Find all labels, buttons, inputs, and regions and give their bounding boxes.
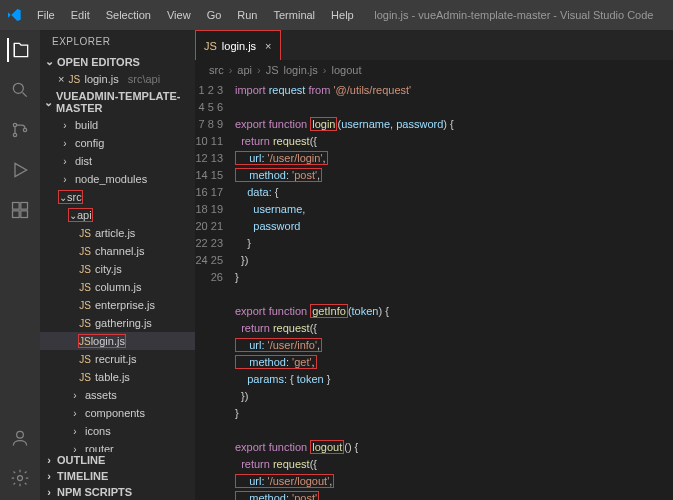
menu-go[interactable]: Go <box>200 5 229 25</box>
sidebar-title: EXPLORER <box>40 30 195 53</box>
tab-login-js[interactable]: JSlogin.js× <box>195 30 281 60</box>
js-file-icon: JS <box>78 300 92 311</box>
project-header[interactable]: ⌄VUEADMIN-TEMPLATE-MASTER <box>40 88 195 116</box>
breadcrumb[interactable]: src› api› JSlogin.js› logout <box>195 60 673 80</box>
svg-rect-4 <box>13 203 20 210</box>
account-icon[interactable] <box>8 426 32 450</box>
js-file-icon: JS <box>79 336 91 347</box>
close-icon[interactable]: × <box>58 73 64 85</box>
outline-header[interactable]: ›OUTLINE <box>40 452 195 468</box>
open-editor-item[interactable]: ×JSlogin.js src\api <box>40 70 195 88</box>
file-item[interactable]: JSenterprise.js <box>40 296 195 314</box>
chevron-right-icon: › <box>44 454 54 466</box>
file-item[interactable]: JSarticle.js <box>40 224 195 242</box>
svg-point-2 <box>13 133 16 136</box>
file-item[interactable]: JSchannel.js <box>40 242 195 260</box>
editor-tabs: JSlogin.js× <box>195 30 673 60</box>
js-file-icon: JS <box>78 228 92 239</box>
js-file-icon: JS <box>78 354 92 365</box>
file-item[interactable]: JSrecruit.js <box>40 350 195 368</box>
chevron-right-icon: › <box>44 486 54 498</box>
menu-file[interactable]: File <box>30 5 62 25</box>
source-control-icon[interactable] <box>8 118 32 142</box>
menu-bar[interactable]: File Edit Selection View Go Run Terminal… <box>30 5 361 25</box>
folder-item[interactable]: ›node_modules <box>40 170 195 188</box>
folder-item[interactable]: ›dist <box>40 152 195 170</box>
js-file-icon: JS <box>78 282 92 293</box>
svg-point-8 <box>17 431 24 438</box>
folder-item[interactable]: ⌄src <box>40 188 195 206</box>
menu-terminal[interactable]: Terminal <box>267 5 323 25</box>
npm-header[interactable]: ›NPM SCRIPTS <box>40 484 195 500</box>
js-file-icon: JS <box>78 318 92 329</box>
folder-item[interactable]: ›components <box>40 404 195 422</box>
js-file-icon: JS <box>204 40 217 52</box>
chevron-right-icon: › <box>58 174 72 185</box>
folder-item[interactable]: ›config <box>40 134 195 152</box>
file-item[interactable]: JScolumn.js <box>40 278 195 296</box>
explorer-icon[interactable] <box>7 38 31 62</box>
code-editor[interactable]: 1 2 3 4 5 6 7 8 9 10 11 12 13 14 15 16 1… <box>195 80 673 500</box>
js-file-icon: JS <box>266 64 279 76</box>
file-item[interactable]: JScity.js <box>40 260 195 278</box>
extensions-icon[interactable] <box>8 198 32 222</box>
open-editors-header[interactable]: ⌄OPEN EDITORS <box>40 53 195 70</box>
svg-rect-5 <box>21 203 28 210</box>
menu-edit[interactable]: Edit <box>64 5 97 25</box>
titlebar: File Edit Selection View Go Run Terminal… <box>0 0 673 30</box>
file-tree: ›build›config›dist›node_modules⌄src⌄apiJ… <box>40 116 195 452</box>
svg-point-1 <box>13 123 16 126</box>
chevron-right-icon: › <box>58 120 72 131</box>
js-file-icon: JS <box>78 264 92 275</box>
settings-icon[interactable] <box>8 466 32 490</box>
js-file-icon: JS <box>67 74 81 85</box>
editor-area: JSlogin.js× src› api› JSlogin.js› logout… <box>195 30 673 500</box>
chevron-right-icon: › <box>44 470 54 482</box>
folder-item[interactable]: ⌄api <box>40 206 195 224</box>
chevron-right-icon: › <box>58 156 72 167</box>
code-content[interactable]: import request from '@/utils/request' ex… <box>235 80 454 500</box>
chevron-right-icon: › <box>58 138 72 149</box>
svg-point-9 <box>18 476 23 481</box>
chevron-right-icon: › <box>68 426 82 437</box>
line-numbers: 1 2 3 4 5 6 7 8 9 10 11 12 13 14 15 16 1… <box>195 80 235 500</box>
chevron-right-icon: › <box>68 390 82 401</box>
search-icon[interactable] <box>8 78 32 102</box>
sidebar: EXPLORER ⌄OPEN EDITORS ×JSlogin.js src\a… <box>40 30 195 500</box>
activity-bar <box>0 30 40 500</box>
svg-point-3 <box>23 128 26 131</box>
chevron-down-icon: ⌄ <box>59 192 67 203</box>
chevron-down-icon: ⌄ <box>44 96 53 109</box>
menu-view[interactable]: View <box>160 5 198 25</box>
js-file-icon: JS <box>78 246 92 257</box>
menu-selection[interactable]: Selection <box>99 5 158 25</box>
chevron-right-icon: › <box>68 408 82 419</box>
svg-point-0 <box>13 83 23 93</box>
svg-rect-7 <box>21 211 28 218</box>
menu-help[interactable]: Help <box>324 5 361 25</box>
window-title: login.js - vueAdmin-template-master - Vi… <box>361 9 667 21</box>
menu-run[interactable]: Run <box>230 5 264 25</box>
js-file-icon: JS <box>78 372 92 383</box>
vscode-logo-icon <box>6 7 22 23</box>
chevron-down-icon: ⌄ <box>44 55 54 68</box>
folder-item[interactable]: ›router <box>40 440 195 452</box>
run-debug-icon[interactable] <box>8 158 32 182</box>
folder-item[interactable]: ›build <box>40 116 195 134</box>
svg-rect-6 <box>13 211 20 218</box>
chevron-right-icon: › <box>68 444 82 453</box>
file-item[interactable]: JSgathering.js <box>40 314 195 332</box>
folder-item[interactable]: ›assets <box>40 386 195 404</box>
timeline-header[interactable]: ›TIMELINE <box>40 468 195 484</box>
close-icon[interactable]: × <box>265 40 271 52</box>
file-item[interactable]: JStable.js <box>40 368 195 386</box>
chevron-down-icon: ⌄ <box>69 210 77 221</box>
folder-item[interactable]: ›icons <box>40 422 195 440</box>
file-item[interactable]: JSlogin.js <box>40 332 195 350</box>
